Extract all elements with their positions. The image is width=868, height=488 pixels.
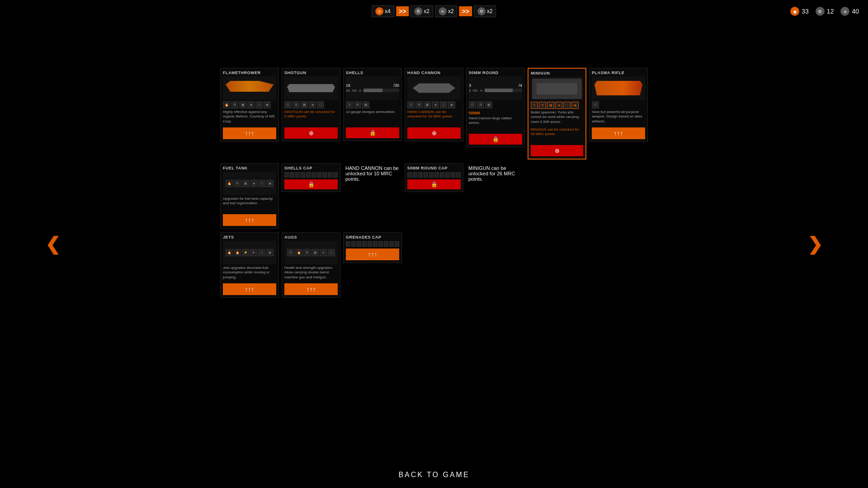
card-image-fuel-tank: 🔥 ⚙ ▦ ◈ ⬡ ◉: [223, 172, 276, 195]
stat-value-1: 33: [802, 8, 809, 15]
stat-item-1: ◉ 33: [790, 7, 809, 16]
mini-icon-s3: ▦: [301, 101, 308, 108]
card-jets[interactable]: JETS 🔥 🔥 ⚡ ➤ ⬡ ◉ Jets upgrades decrease …: [220, 232, 279, 298]
card-fuel-tank[interactable]: FUEL TANK 🔥 ⚙ ▦ ◈ ⬡ ◉ Upgrades for fuel …: [220, 163, 279, 229]
upgrade-btn-shells[interactable]: [346, 127, 399, 138]
card-minigun[interactable]: MINIGUN ⊡ ⚙ ▦ ◈ ⬡ ◉ Bullet spammer. Turb…: [528, 68, 586, 160]
card-augs[interactable]: AUGS ⊡ 🔥 ⚙ ▦ ☠ ⬡ Health and strength upg…: [282, 232, 340, 298]
stat-value-2: 12: [827, 8, 834, 15]
mini-icon-sh3: ▦: [362, 101, 369, 108]
fuel-mini-1: 🔥: [226, 180, 233, 187]
upgrade-btn-jets[interactable]: [223, 283, 276, 295]
card-shells-cap[interactable]: SHELLS CAP: [282, 163, 340, 192]
card-50mm-cap[interactable]: 50MM ROUND CAP: [405, 163, 463, 192]
mini-icon-mg1: ⊡: [531, 102, 538, 109]
mini-icon-s1: ⊡: [284, 101, 292, 108]
stat-item-2: ⚙ 12: [816, 7, 834, 16]
stat-bar: ◉ 33 ⚙ 12 ☠ 40: [790, 7, 859, 16]
cap-cell-s8: [322, 172, 327, 178]
weapon-flamethrower-img: [226, 79, 274, 97]
card-image-augs: ⊡ 🔥 ⚙ ▦ ☠ ⬡: [284, 241, 338, 264]
forward-arrow-1[interactable]: >>: [396, 6, 409, 16]
card-flamethrower[interactable]: FLAMETHROWER 🔥 ⚙ ▣ ◈ ⬡ ◉ Highly effectiv…: [220, 68, 279, 142]
50mm-ammo-area: 3 /4 2 /60 ☠: [469, 81, 522, 95]
card-desc-minigun-locked: MINIGUN can be unlocked for 26 MRC point…: [531, 127, 583, 143]
upgrades-row-3: JETS 🔥 🔥 ⚡ ➤ ⬡ ◉ Jets upgrades decrease …: [220, 232, 648, 298]
augs-mini-6: ⬡: [328, 249, 335, 256]
cap-cell-g3: [357, 241, 361, 247]
minigun-desc: Bullet spammer. Turbo jets cannot be use…: [531, 110, 580, 124]
card-50mm[interactable]: 50MM ROUND 3 /4 2 /60 ☠: [466, 68, 525, 147]
fuel-tank-icons: 🔥 ⚙ ▦ ◈ ⬡ ◉: [224, 178, 275, 189]
resource-icon-1: ◎: [375, 7, 383, 15]
cap-cell-g7: [378, 241, 383, 247]
mini-icon-50mm3: ▦: [485, 101, 492, 108]
weapon-hand-cannon-img: [413, 80, 455, 96]
jets-mini-4: ➤: [250, 249, 257, 256]
card-image-flamethrower: [223, 76, 276, 100]
mini-icon-hc2: ⚙: [415, 101, 423, 108]
shells-max: /30: [393, 83, 399, 88]
three-arrows-augs: [307, 286, 316, 293]
lock-btn-50mm-cap[interactable]: [407, 179, 461, 189]
card-title-50mm: 50MM ROUND: [469, 70, 522, 75]
upgrade-btn-flamethrower[interactable]: [223, 127, 276, 139]
shells-ammo-area: 16 /30 10 /60 ☠: [346, 81, 399, 95]
card-shells[interactable]: SHELLS 16 /30 10 /60 ☠: [343, 68, 402, 141]
card-title-minigun: MINIGUN: [531, 71, 583, 75]
mini-icon-4: ◈: [247, 101, 255, 108]
cap-cell-s1: [284, 172, 289, 178]
card-icons-50mm: ⊡ ⚙ ▦: [469, 101, 522, 108]
upgrade-btn-grenades-cap[interactable]: [346, 249, 399, 260]
minigun-cap-text: MINIGUN can be unlocked for 26 MRC point…: [468, 165, 523, 182]
card-title-fuel-tank: FUEL TANK: [223, 166, 276, 170]
upgrade-btn-augs[interactable]: [284, 283, 338, 295]
cap-cell-50mm-7: [440, 172, 444, 178]
cap-bar-50mm: [407, 172, 461, 178]
card-image-shells: 16 /30 10 /60 ☠: [346, 76, 399, 100]
mini-icon-sh2: ⚙: [354, 101, 361, 108]
50mm-ammo-bar: 2 /60 ☠: [469, 89, 522, 93]
cap-cell-g2: [351, 241, 356, 247]
resource-value-2: x2: [424, 8, 429, 14]
upgrade-btn-fuel-tank[interactable]: [223, 214, 276, 226]
upgrade-btn-shotgun[interactable]: [284, 127, 338, 139]
card-image-minigun: [531, 77, 583, 100]
jets-mini-2: 🔥: [234, 249, 241, 256]
cap-cell-g6: [373, 241, 377, 247]
card-title-shotgun: SHOTGUN: [284, 70, 338, 75]
mini-icon-s5: ⬡: [317, 101, 324, 108]
forward-arrow-2[interactable]: >>: [459, 6, 472, 16]
card-plasma-rifle[interactable]: PLASMA RIFLE ⊡ Slow but powerful all pur…: [589, 68, 648, 142]
card-minigun-locked-row2: MINIGUN can be unlocked for 26 MRC point…: [466, 163, 525, 184]
three-arrows-icon: [245, 130, 255, 137]
cap-cell-50mm-6: [434, 172, 439, 178]
upgrade-btn-minigun[interactable]: [531, 145, 583, 156]
mini-icon-50mm2: ⚙: [477, 101, 484, 108]
cap-cell-50mm-4: [424, 172, 428, 178]
cap-cell-50mm-9: [451, 172, 455, 178]
main-content: FLAMETHROWER 🔥 ⚙ ▣ ◈ ⬡ ◉ Highly effectiv…: [0, 27, 868, 461]
upgrade-btn-hand-cannon[interactable]: [407, 127, 461, 139]
card-hand-cannon[interactable]: HAND CANNON ⊡ ⚙ ▦ ◈ ⬡ ◉ HAND CANNON can …: [405, 68, 463, 141]
lock-btn-shells-cap[interactable]: [284, 179, 338, 189]
upgrades-row-2: FUEL TANK 🔥 ⚙ ▦ ◈ ⬡ ◉ Upgrades for fuel …: [220, 163, 648, 229]
cap-cell-g8: [384, 241, 388, 247]
fuel-mini-6: ◉: [266, 180, 274, 187]
mini-icon-3: ▣: [239, 101, 246, 108]
upgrade-btn-50mm[interactable]: [469, 134, 522, 145]
card-desc-minigun: Bullet spammer. Turbo jets cannot be use…: [531, 110, 583, 126]
mini-icon-mg2: ⚙: [539, 102, 546, 109]
mini-icon-2: ⚙: [231, 101, 238, 108]
upgrade-btn-plasma[interactable]: [592, 127, 645, 139]
mini-icon-hc3: ▦: [424, 101, 431, 108]
cap-cell-s9: [328, 172, 332, 178]
shells-progress: [363, 89, 399, 92]
card-shotgun[interactable]: SHOTGUN ⊡ ⚙ ▦ ◈ ⬡ SHOTGUN can be unlocke…: [282, 68, 340, 141]
card-desc-50mm: Hand Cannon large caliber ammo.: [469, 116, 522, 132]
hand-cannon-cap-text: HAND CANNON can be unlocked for 10 MRC p…: [345, 165, 400, 182]
card-icons-shotgun: ⊡ ⚙ ▦ ◈ ⬡: [284, 101, 338, 108]
card-grenades-cap[interactable]: GRENADES CAP: [343, 232, 402, 263]
back-to-game-button[interactable]: BACK TO GAME: [398, 471, 469, 479]
shells-fill: [363, 89, 382, 92]
